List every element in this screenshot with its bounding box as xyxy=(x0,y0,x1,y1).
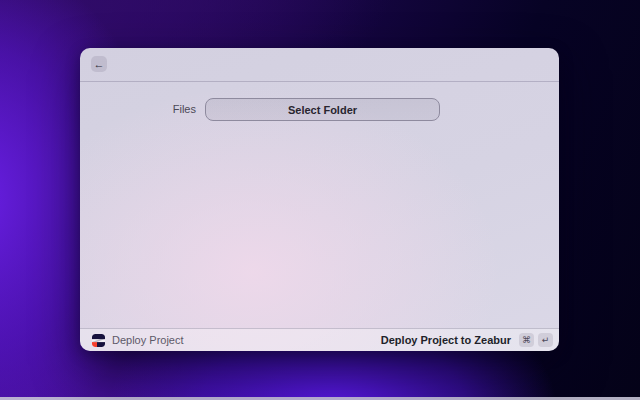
deploy-project-window: ← Files Select Folder Deploy xyxy=(80,48,559,351)
zeabur-logo-icon xyxy=(92,334,105,347)
app-name-label: Deploy Project xyxy=(112,334,184,346)
command-key-icon: ⌘ xyxy=(519,333,534,347)
select-folder-button[interactable]: Select Folder xyxy=(205,98,440,121)
status-bar-right[interactable]: Deploy Project to Zeabur ⌘ ↵ xyxy=(381,333,553,347)
back-button[interactable]: ← xyxy=(91,56,107,72)
files-form-row: Files Select Folder xyxy=(80,98,559,121)
desktop-background: ← Files Select Folder Deploy xyxy=(0,0,640,400)
status-bar: Deploy Project Deploy Project to Zeabur … xyxy=(80,328,559,351)
back-arrow-icon: ← xyxy=(94,59,105,70)
return-key-icon: ↵ xyxy=(538,333,553,347)
status-bar-left: Deploy Project xyxy=(92,334,184,347)
primary-action-label[interactable]: Deploy Project to Zeabur xyxy=(381,334,511,346)
files-label: Files xyxy=(173,103,196,115)
window-header: ← xyxy=(80,48,559,82)
